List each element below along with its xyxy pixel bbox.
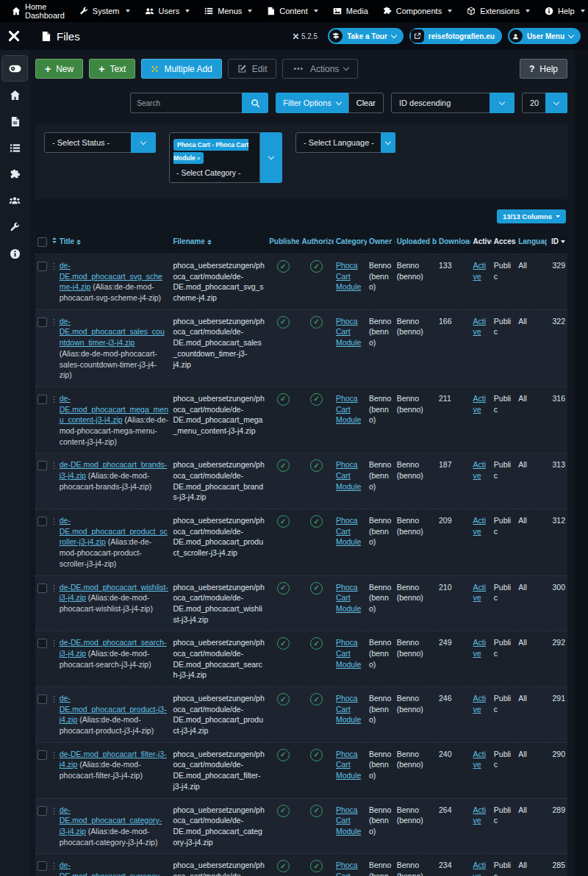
column-header-authorized[interactable]: Authorized — [299, 229, 333, 254]
published-check-icon[interactable]: ✓ — [277, 515, 290, 528]
menu-users[interactable]: Users — [137, 0, 198, 22]
active-link[interactable]: Active — [473, 317, 486, 337]
category-link[interactable]: Phoca Cart Module — [336, 583, 361, 613]
drag-handle-icon[interactable]: ⋮ — [50, 395, 58, 403]
category-link[interactable]: Phoca Cart Module — [336, 261, 361, 291]
column-header-published[interactable]: Published — [267, 229, 299, 254]
drag-handle-icon[interactable]: ⋮ — [50, 517, 58, 525]
category-link[interactable]: Phoca Cart Module — [336, 638, 361, 668]
user-menu-button[interactable]: User Menu — [508, 28, 581, 44]
published-check-icon[interactable]: ✓ — [277, 805, 290, 817]
row-checkbox[interactable] — [37, 584, 47, 593]
drag-handle-icon[interactable]: ⋮ — [50, 584, 58, 592]
column-header-filename[interactable]: Filename — [171, 229, 267, 254]
sidebar-item-files[interactable] — [2, 109, 27, 134]
authorized-check-icon[interactable]: ✓ — [310, 459, 323, 472]
category-link[interactable]: Phoca Cart Module — [336, 861, 361, 876]
sidebar-item-components[interactable] — [2, 162, 27, 187]
sidebar-toggle-button[interactable] — [2, 56, 27, 81]
take-a-tour-button[interactable]: Take a Tour — [328, 28, 404, 44]
row-checkbox[interactable] — [37, 461, 47, 470]
category-link[interactable]: Phoca Cart Module — [336, 460, 361, 490]
authorized-check-icon[interactable]: ✓ — [310, 316, 323, 328]
row-checkbox[interactable] — [37, 395, 47, 404]
category-link[interactable]: Phoca Cart Module — [336, 750, 361, 780]
menu-media[interactable]: Media — [326, 0, 376, 22]
language-filter-select[interactable]: - Select Language - — [295, 132, 395, 153]
active-link[interactable]: Active — [473, 694, 486, 714]
row-checkbox[interactable] — [37, 694, 47, 704]
column-header-language[interactable]: Language — [516, 229, 546, 254]
drag-handle-icon[interactable]: ⋮ — [50, 694, 58, 703]
active-link[interactable]: Active — [473, 805, 486, 825]
file-title-link[interactable]: de-DE.mod_phocacart_currency-j3-j4.zip — [60, 861, 162, 876]
order-sort-icon[interactable] — [52, 237, 57, 243]
site-link-button[interactable]: reisefotografien.eu — [409, 28, 502, 44]
published-check-icon[interactable]: ✓ — [277, 393, 290, 406]
column-header-category[interactable]: Category — [334, 229, 367, 254]
published-check-icon[interactable]: ✓ — [277, 693, 290, 706]
column-header-uploaded-by[interactable]: Uploaded by — [395, 229, 437, 254]
active-link[interactable]: Active — [473, 516, 486, 536]
sidebar-item-users[interactable] — [2, 188, 27, 213]
menu-extensions[interactable]: Extensions — [459, 0, 537, 22]
status-filter-select[interactable]: - Select Status - — [44, 132, 156, 153]
active-link[interactable]: Active — [473, 583, 486, 603]
active-link[interactable]: Active — [473, 861, 486, 876]
menu-home-dashboard[interactable]: Home Dashboard — [4, 0, 72, 22]
actions-button[interactable]: ••• Actions — [282, 59, 358, 79]
drag-handle-icon[interactable]: ⋮ — [50, 750, 58, 759]
row-checkbox[interactable] — [37, 750, 47, 760]
sort-select[interactable]: ID descending — [391, 93, 514, 113]
drag-handle-icon[interactable]: ⋮ — [50, 806, 58, 815]
search-button[interactable] — [242, 93, 268, 113]
row-checkbox[interactable] — [37, 861, 47, 871]
authorized-check-icon[interactable]: ✓ — [310, 260, 323, 273]
sidebar-item-home[interactable] — [2, 82, 27, 107]
category-link[interactable]: Phoca Cart Module — [336, 516, 361, 546]
category-placeholder[interactable]: - Select Category - — [173, 163, 256, 179]
remove-tag-icon[interactable]: × — [197, 155, 201, 162]
menu-help[interactable]: Help — [537, 0, 588, 22]
category-link[interactable]: Phoca Cart Module — [336, 317, 361, 347]
column-header-title[interactable]: Title — [57, 229, 171, 254]
drag-handle-icon[interactable]: ⋮ — [50, 317, 58, 326]
authorized-check-icon[interactable]: ✓ — [310, 805, 323, 817]
active-link[interactable]: Active — [473, 638, 486, 658]
category-link[interactable]: Phoca Cart Module — [336, 394, 361, 424]
filter-options-button[interactable]: Filter Options — [276, 93, 348, 113]
authorized-check-icon[interactable]: ✓ — [310, 860, 323, 872]
select-all-checkbox[interactable] — [37, 237, 47, 247]
multiple-add-button[interactable]: Multiple Add — [141, 59, 221, 79]
active-link[interactable]: Active — [473, 460, 486, 480]
drag-handle-icon[interactable]: ⋮ — [50, 639, 58, 647]
column-header-owner[interactable]: Owner — [367, 229, 395, 254]
new-button[interactable]: + New — [35, 59, 83, 79]
published-check-icon[interactable]: ✓ — [277, 260, 290, 273]
published-check-icon[interactable]: ✓ — [277, 637, 290, 650]
file-title-link[interactable]: de-DE.mod_phocacart_sales_countdown_time… — [60, 317, 165, 347]
edit-button[interactable]: Edit — [228, 59, 277, 79]
category-tag[interactable]: Phoca Cart - Phoca Cart Module× — [173, 139, 248, 164]
row-checkbox[interactable] — [37, 639, 47, 648]
chevron-down-icon[interactable] — [260, 132, 282, 183]
menu-system[interactable]: System — [72, 0, 137, 22]
active-link[interactable]: Active — [473, 261, 486, 281]
authorized-check-icon[interactable]: ✓ — [310, 393, 323, 406]
authorized-check-icon[interactable]: ✓ — [310, 582, 323, 595]
search-input[interactable] — [130, 93, 242, 113]
published-check-icon[interactable]: ✓ — [277, 316, 290, 328]
drag-handle-icon[interactable]: ⋮ — [50, 262, 58, 270]
columns-button[interactable]: 13/13 Columns — [497, 209, 566, 223]
sidebar-item-tools[interactable] — [2, 215, 27, 240]
row-checkbox[interactable] — [37, 262, 47, 271]
sidebar-item-list[interactable] — [2, 135, 27, 160]
drag-handle-icon[interactable]: ⋮ — [50, 461, 58, 470]
help-button[interactable]: ? Help — [520, 59, 567, 79]
published-check-icon[interactable]: ✓ — [277, 582, 290, 595]
published-check-icon[interactable]: ✓ — [277, 749, 290, 761]
category-link[interactable]: Phoca Cart Module — [336, 694, 361, 724]
sidebar-item-info[interactable] — [2, 241, 27, 266]
column-header-id[interactable]: ID — [547, 229, 567, 254]
authorized-check-icon[interactable]: ✓ — [310, 515, 323, 528]
